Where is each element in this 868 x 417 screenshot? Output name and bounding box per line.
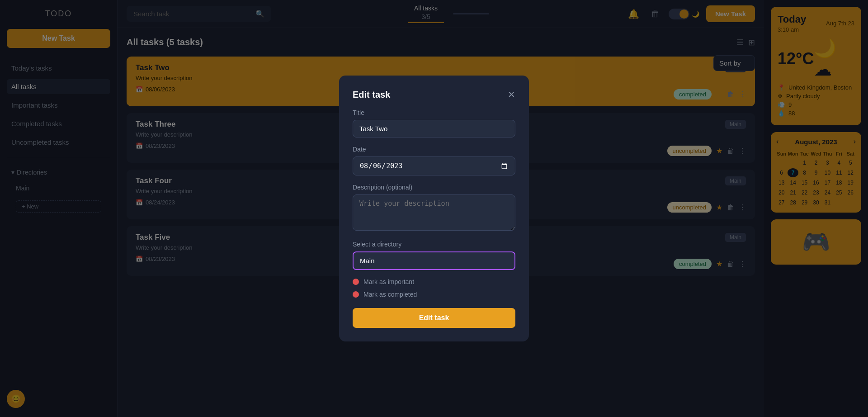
modal-title-field: Title: [353, 109, 515, 137]
modal-submit-button[interactable]: Edit task: [353, 308, 515, 328]
modal-header: Edit task ✕: [353, 89, 515, 100]
modal-completed-checkbox[interactable]: [353, 291, 359, 298]
modal-date-input[interactable]: [353, 156, 515, 175]
modal-date-label: Date: [353, 146, 515, 153]
modal-desc-field: Description (optional): [353, 184, 515, 232]
modal-title-label: Title: [353, 109, 515, 116]
modal-directory-field: Select a directory Main: [353, 241, 515, 270]
modal-completed-row: Mark as completed: [353, 291, 515, 298]
modal-title-input[interactable]: [353, 120, 515, 137]
modal-important-label: Mark as important: [363, 278, 414, 285]
modal-close-button[interactable]: ✕: [508, 89, 515, 100]
modal-important-checkbox[interactable]: [353, 279, 359, 285]
modal-directory-label: Select a directory: [353, 241, 515, 248]
edit-task-modal: Edit task ✕ Title Date Description (opti…: [339, 76, 529, 341]
modal-desc-label: Description (optional): [353, 184, 515, 191]
modal-overlay[interactable]: Edit task ✕ Title Date Description (opti…: [0, 0, 868, 417]
modal-date-field: Date: [353, 146, 515, 175]
modal-important-row: Mark as important: [353, 278, 515, 285]
modal-desc-textarea[interactable]: [353, 194, 515, 231]
modal-title: Edit task: [353, 90, 390, 100]
modal-directory-select[interactable]: Main: [353, 251, 515, 270]
modal-completed-label: Mark as completed: [363, 291, 417, 298]
